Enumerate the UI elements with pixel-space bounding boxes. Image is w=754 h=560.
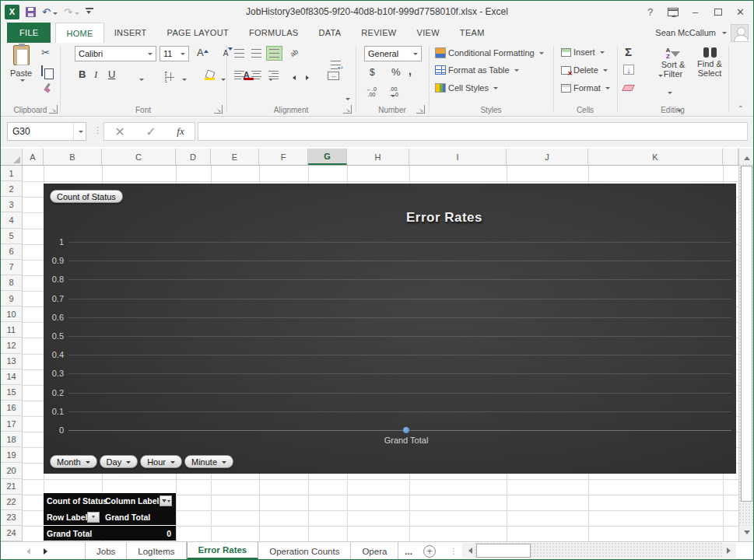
percent-format-button[interactable]: % <box>391 66 401 78</box>
delete-cells-button[interactable]: Delete <box>561 65 608 75</box>
avatar[interactable] <box>731 24 749 42</box>
sort-filter-button[interactable]: AZ Sort & Filter <box>656 47 690 79</box>
alignment-dialog-launcher[interactable] <box>343 105 352 114</box>
shrink-font-button[interactable]: A <box>223 49 229 58</box>
sheet-tab-operation-counts[interactable]: Operation Counts <box>258 542 351 560</box>
font-size-combo[interactable]: 11 <box>160 46 189 61</box>
value-field-button[interactable]: Count of Status <box>50 190 123 203</box>
maximize-button[interactable] <box>707 2 729 22</box>
row-header-14[interactable]: 14 <box>1 369 22 385</box>
format-cells-button[interactable]: Format <box>561 83 610 93</box>
row-header-10[interactable]: 10 <box>1 306 22 322</box>
tab-view[interactable]: VIEW <box>407 23 450 43</box>
formula-input[interactable] <box>198 122 748 141</box>
tab-insert[interactable]: INSERT <box>104 23 157 43</box>
row-header-8[interactable]: 8 <box>1 275 22 291</box>
sheet-nav-right-icon[interactable] <box>37 542 57 560</box>
hscroll-right-icon[interactable] <box>724 543 736 558</box>
column-header-H[interactable]: H <box>347 149 409 165</box>
sheet-tab-jobs[interactable]: Jobs <box>85 542 127 560</box>
cut-icon[interactable] <box>41 47 50 58</box>
row-header-19[interactable]: 19 <box>1 447 22 463</box>
column-header-I[interactable]: I <box>409 149 507 165</box>
customize-qat-icon[interactable] <box>86 8 93 16</box>
row-header-1[interactable]: 1 <box>1 166 22 181</box>
row-header-21[interactable]: 21 <box>1 479 22 495</box>
grow-font-button[interactable]: A <box>197 47 204 58</box>
align-left-icon[interactable] <box>234 71 244 79</box>
hscroll-left-icon[interactable] <box>462 543 475 558</box>
align-center-icon[interactable] <box>251 71 261 79</box>
sheet-nav-left-icon[interactable] <box>16 542 37 560</box>
fill-dropdown-icon[interactable] <box>668 92 672 96</box>
undo-button[interactable]: ↶ <box>42 5 58 19</box>
merge-center-icon[interactable]: ↔ <box>328 72 339 80</box>
comma-format-button[interactable]: , <box>409 65 412 77</box>
column-labels-filter-button[interactable] <box>160 495 172 506</box>
find-select-button[interactable]: Find & Select <box>693 47 726 78</box>
field-button-month[interactable]: Month <box>50 455 97 468</box>
borders-dropdown-icon[interactable] <box>182 79 187 83</box>
row-header-9[interactable]: 9 <box>1 291 22 306</box>
increase-decimal-icon[interactable]: ←.0 .00 <box>366 86 377 97</box>
vscroll-thumb[interactable] <box>741 166 752 502</box>
name-box[interactable]: G30 <box>7 122 86 141</box>
underline-button[interactable]: U <box>108 68 115 80</box>
align-right-icon[interactable] <box>268 71 279 79</box>
insert-function-icon[interactable]: fx <box>177 125 184 138</box>
hscroll-thumb[interactable] <box>476 544 531 558</box>
tab-page-layout[interactable]: PAGE LAYOUT <box>157 23 239 43</box>
name-box-dropdown-icon[interactable] <box>73 123 86 140</box>
clipboard-dialog-launcher[interactable] <box>49 105 58 114</box>
row-header-5[interactable]: 5 <box>1 229 22 244</box>
row-header-12[interactable]: 12 <box>1 338 22 353</box>
select-all-corner[interactable] <box>1 149 23 165</box>
borders-icon[interactable] <box>165 72 167 82</box>
row-header-7[interactable]: 7 <box>1 260 22 275</box>
ribbon-display-options-button[interactable] <box>661 2 684 22</box>
column-header-A[interactable]: A <box>23 149 44 165</box>
sheet-tab-logitems[interactable]: LogItems <box>127 542 186 560</box>
tab-review[interactable]: REVIEW <box>351 23 406 43</box>
sheet-tab-opera[interactable]: Opera <box>351 542 398 560</box>
column-header-B[interactable]: B <box>44 149 102 165</box>
currency-format-button[interactable]: $ <box>370 67 375 78</box>
close-button[interactable]: ✕ <box>729 2 752 22</box>
row-header-11[interactable]: 11 <box>1 322 22 338</box>
chart-title[interactable]: Error Rates <box>355 210 534 226</box>
help-button[interactable]: ? <box>639 2 661 22</box>
insert-cells-button[interactable]: Insert <box>561 47 605 57</box>
row-header-24[interactable]: 24 <box>1 526 22 541</box>
tab-data[interactable]: DATA <box>308 23 351 43</box>
fill-down-icon[interactable]: ↓ <box>623 65 634 75</box>
tab-scroll-splitter[interactable]: ⋮ <box>450 547 458 555</box>
minimize-button[interactable]: – <box>684 2 707 22</box>
save-icon[interactable] <box>26 7 36 17</box>
tab-home[interactable]: HOME <box>55 23 103 43</box>
font-dialog-launcher[interactable] <box>214 105 223 114</box>
bold-button[interactable]: B <box>79 68 86 80</box>
merge-center-dropdown-icon[interactable] <box>345 98 350 103</box>
sheet-tabs-overflow[interactable]: ... <box>398 542 419 560</box>
field-button-minute[interactable]: Minute <box>184 455 233 468</box>
underline-dropdown-icon[interactable] <box>139 79 144 83</box>
column-header-K[interactable]: K <box>588 149 723 165</box>
row-header-18[interactable]: 18 <box>1 432 22 447</box>
tab-team[interactable]: TEAM <box>450 23 495 43</box>
orientation-icon[interactable]: ab <box>289 47 300 58</box>
pivot-chart[interactable]: Count of Status Error Rates 10.90.80.70.… <box>44 184 736 474</box>
number-format-combo[interactable]: General <box>364 46 422 61</box>
format-as-table-button[interactable]: Format as Table <box>435 65 519 75</box>
autosum-button[interactable]: Σ <box>625 47 632 58</box>
font-name-combo[interactable]: Calibri <box>75 46 156 61</box>
tab-formulas[interactable]: FORMULAS <box>239 23 309 43</box>
row-header-17[interactable]: 17 <box>1 416 22 432</box>
field-button-hour[interactable]: Hour <box>140 455 182 468</box>
add-sheet-button[interactable]: + <box>423 545 436 558</box>
row-header-3[interactable]: 3 <box>1 197 22 212</box>
decrease-indent-icon[interactable] <box>290 72 296 82</box>
pivot-table[interactable]: Count of Status Column Labels Row Labels… <box>44 493 176 541</box>
fill-color-dropdown-icon[interactable] <box>221 79 226 83</box>
paste-button[interactable]: Paste <box>5 45 37 101</box>
vscroll-up-icon[interactable] <box>739 149 754 164</box>
